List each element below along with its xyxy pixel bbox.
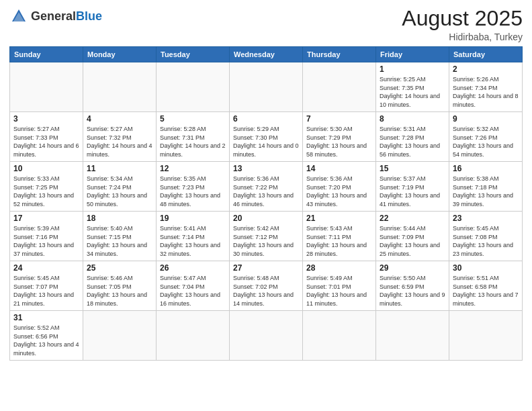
day-number: 23 bbox=[453, 214, 519, 223]
calendar-cell: 9Sunrise: 5:32 AM Sunset: 7:26 PM Daylig… bbox=[449, 112, 523, 162]
day-info: Sunrise: 5:42 AM Sunset: 7:12 PM Dayligh… bbox=[233, 224, 299, 258]
day-number: 15 bbox=[380, 164, 445, 173]
week-row-3: 10Sunrise: 5:33 AM Sunset: 7:25 PM Dayli… bbox=[10, 162, 523, 212]
day-number: 20 bbox=[233, 214, 299, 223]
calendar-cell bbox=[303, 62, 376, 112]
calendar-cell: 8Sunrise: 5:31 AM Sunset: 7:28 PM Daylig… bbox=[376, 112, 449, 162]
weekday-sunday: Sunday bbox=[10, 47, 83, 62]
calendar-cell: 10Sunrise: 5:33 AM Sunset: 7:25 PM Dayli… bbox=[10, 162, 83, 212]
day-number: 14 bbox=[306, 164, 372, 173]
calendar-cell bbox=[157, 311, 230, 361]
calendar-cell bbox=[230, 62, 303, 112]
week-row-4: 17Sunrise: 5:39 AM Sunset: 7:16 PM Dayli… bbox=[10, 212, 523, 261]
calendar-cell: 19Sunrise: 5:41 AM Sunset: 7:14 PM Dayli… bbox=[157, 212, 230, 261]
day-number: 9 bbox=[453, 114, 519, 124]
day-info: Sunrise: 5:25 AM Sunset: 7:35 PM Dayligh… bbox=[380, 75, 445, 109]
logo-general: General bbox=[31, 9, 76, 23]
day-info: Sunrise: 5:49 AM Sunset: 7:01 PM Dayligh… bbox=[306, 274, 372, 308]
calendar-cell bbox=[303, 311, 376, 361]
day-info: Sunrise: 5:27 AM Sunset: 7:33 PM Dayligh… bbox=[13, 125, 79, 158]
calendar-cell: 27Sunrise: 5:48 AM Sunset: 7:02 PM Dayli… bbox=[230, 261, 303, 311]
calendar-cell bbox=[83, 62, 157, 112]
week-row-2: 3Sunrise: 5:27 AM Sunset: 7:33 PM Daylig… bbox=[10, 112, 523, 162]
day-info: Sunrise: 5:47 AM Sunset: 7:04 PM Dayligh… bbox=[160, 274, 226, 308]
day-info: Sunrise: 5:37 AM Sunset: 7:19 PM Dayligh… bbox=[380, 175, 445, 208]
calendar-cell: 21Sunrise: 5:43 AM Sunset: 7:11 PM Dayli… bbox=[303, 212, 376, 261]
day-number: 1 bbox=[380, 64, 445, 74]
weekday-monday: Monday bbox=[83, 47, 157, 62]
calendar-cell: 26Sunrise: 5:47 AM Sunset: 7:04 PM Dayli… bbox=[157, 261, 230, 311]
calendar-cell: 29Sunrise: 5:50 AM Sunset: 6:59 PM Dayli… bbox=[376, 261, 449, 311]
day-number: 2 bbox=[453, 64, 519, 74]
calendar-cell: 22Sunrise: 5:44 AM Sunset: 7:09 PM Dayli… bbox=[376, 212, 449, 261]
day-info: Sunrise: 5:40 AM Sunset: 7:15 PM Dayligh… bbox=[87, 224, 152, 258]
day-info: Sunrise: 5:50 AM Sunset: 6:59 PM Dayligh… bbox=[380, 274, 445, 308]
week-row-6: 31Sunrise: 5:52 AM Sunset: 6:56 PM Dayli… bbox=[10, 311, 523, 361]
calendar-cell: 17Sunrise: 5:39 AM Sunset: 7:16 PM Dayli… bbox=[10, 212, 83, 261]
header: GeneralBlue August 2025 Hidirbaba, Turke… bbox=[9, 7, 523, 42]
day-number: 16 bbox=[453, 164, 519, 173]
logo-text: GeneralBlue bbox=[31, 10, 102, 22]
calendar-cell bbox=[376, 311, 449, 361]
week-row-1: 1Sunrise: 5:25 AM Sunset: 7:35 PM Daylig… bbox=[10, 62, 523, 112]
day-number: 13 bbox=[233, 164, 299, 173]
day-info: Sunrise: 5:28 AM Sunset: 7:31 PM Dayligh… bbox=[160, 125, 226, 158]
day-info: Sunrise: 5:41 AM Sunset: 7:14 PM Dayligh… bbox=[160, 224, 226, 258]
day-number: 19 bbox=[160, 214, 226, 223]
calendar-cell: 20Sunrise: 5:42 AM Sunset: 7:12 PM Dayli… bbox=[230, 212, 303, 261]
calendar: SundayMondayTuesdayWednesdayThursdayFrid… bbox=[9, 46, 523, 361]
day-number: 12 bbox=[160, 164, 226, 173]
weekday-header-row: SundayMondayTuesdayWednesdayThursdayFrid… bbox=[10, 47, 523, 62]
calendar-cell bbox=[83, 311, 157, 361]
day-number: 7 bbox=[306, 114, 372, 124]
day-number: 10 bbox=[13, 164, 79, 173]
calendar-cell: 2Sunrise: 5:26 AM Sunset: 7:34 PM Daylig… bbox=[449, 62, 523, 112]
month-title: August 2025 bbox=[402, 7, 523, 30]
day-number: 29 bbox=[380, 263, 445, 273]
day-number: 26 bbox=[160, 263, 226, 273]
title-block: August 2025 Hidirbaba, Turkey bbox=[402, 7, 523, 42]
day-number: 11 bbox=[87, 164, 152, 173]
calendar-cell: 13Sunrise: 5:36 AM Sunset: 7:22 PM Dayli… bbox=[230, 162, 303, 212]
calendar-cell: 1Sunrise: 5:25 AM Sunset: 7:35 PM Daylig… bbox=[376, 62, 449, 112]
calendar-cell: 11Sunrise: 5:34 AM Sunset: 7:24 PM Dayli… bbox=[83, 162, 157, 212]
day-number: 31 bbox=[13, 313, 79, 322]
day-info: Sunrise: 5:46 AM Sunset: 7:05 PM Dayligh… bbox=[87, 274, 152, 308]
calendar-cell: 24Sunrise: 5:45 AM Sunset: 7:07 PM Dayli… bbox=[10, 261, 83, 311]
day-info: Sunrise: 5:51 AM Sunset: 6:58 PM Dayligh… bbox=[453, 274, 519, 308]
day-info: Sunrise: 5:45 AM Sunset: 7:08 PM Dayligh… bbox=[453, 224, 519, 258]
day-info: Sunrise: 5:30 AM Sunset: 7:29 PM Dayligh… bbox=[306, 125, 372, 158]
day-info: Sunrise: 5:45 AM Sunset: 7:07 PM Dayligh… bbox=[13, 274, 79, 308]
day-number: 24 bbox=[13, 263, 79, 273]
calendar-cell: 6Sunrise: 5:29 AM Sunset: 7:30 PM Daylig… bbox=[230, 112, 303, 162]
logo-blue: Blue bbox=[76, 9, 102, 23]
day-info: Sunrise: 5:44 AM Sunset: 7:09 PM Dayligh… bbox=[380, 224, 445, 258]
logo-icon bbox=[9, 7, 28, 26]
day-number: 25 bbox=[87, 263, 152, 273]
day-info: Sunrise: 5:36 AM Sunset: 7:20 PM Dayligh… bbox=[306, 175, 372, 208]
day-info: Sunrise: 5:43 AM Sunset: 7:11 PM Dayligh… bbox=[306, 224, 372, 258]
day-info: Sunrise: 5:36 AM Sunset: 7:22 PM Dayligh… bbox=[233, 175, 299, 208]
day-info: Sunrise: 5:26 AM Sunset: 7:34 PM Dayligh… bbox=[453, 75, 519, 109]
day-info: Sunrise: 5:48 AM Sunset: 7:02 PM Dayligh… bbox=[233, 274, 299, 308]
day-number: 4 bbox=[87, 114, 152, 124]
calendar-cell bbox=[449, 311, 523, 361]
calendar-cell: 12Sunrise: 5:35 AM Sunset: 7:23 PM Dayli… bbox=[157, 162, 230, 212]
calendar-cell: 23Sunrise: 5:45 AM Sunset: 7:08 PM Dayli… bbox=[449, 212, 523, 261]
calendar-cell: 5Sunrise: 5:28 AM Sunset: 7:31 PM Daylig… bbox=[157, 112, 230, 162]
day-info: Sunrise: 5:29 AM Sunset: 7:30 PM Dayligh… bbox=[233, 125, 299, 158]
day-number: 5 bbox=[160, 114, 226, 124]
calendar-cell: 4Sunrise: 5:27 AM Sunset: 7:32 PM Daylig… bbox=[83, 112, 157, 162]
day-number: 21 bbox=[306, 214, 372, 223]
day-number: 8 bbox=[380, 114, 445, 124]
week-row-5: 24Sunrise: 5:45 AM Sunset: 7:07 PM Dayli… bbox=[10, 261, 523, 311]
calendar-cell: 3Sunrise: 5:27 AM Sunset: 7:33 PM Daylig… bbox=[10, 112, 83, 162]
day-info: Sunrise: 5:31 AM Sunset: 7:28 PM Dayligh… bbox=[380, 125, 445, 158]
day-number: 3 bbox=[13, 114, 79, 124]
day-number: 27 bbox=[233, 263, 299, 273]
calendar-cell: 14Sunrise: 5:36 AM Sunset: 7:20 PM Dayli… bbox=[303, 162, 376, 212]
weekday-saturday: Saturday bbox=[449, 47, 523, 62]
calendar-cell bbox=[157, 62, 230, 112]
day-info: Sunrise: 5:32 AM Sunset: 7:26 PM Dayligh… bbox=[453, 125, 519, 158]
day-info: Sunrise: 5:39 AM Sunset: 7:16 PM Dayligh… bbox=[13, 224, 79, 258]
